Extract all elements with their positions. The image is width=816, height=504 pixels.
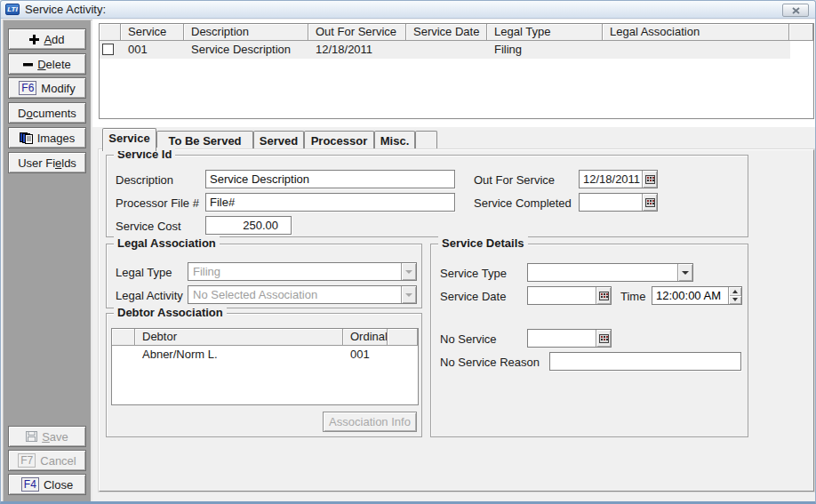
table-row[interactable]: 001 Service Description 12/18/2011 Filin…: [100, 41, 790, 59]
debtor-association-group: Debtor Association Debtor Ordinal Abner/…: [106, 313, 422, 437]
cell-legal-association: [603, 41, 789, 59]
service-details-group: Service Details Service Type Service Dat…: [430, 244, 748, 437]
service-type-dropdown-button[interactable]: [677, 264, 692, 281]
legal-association-group: Legal Association Legal Type Filing Lega…: [106, 244, 422, 308]
no-service-date-value: [528, 330, 596, 347]
close-button[interactable]: [782, 4, 809, 17]
legal-activity-value: No Selected Association: [188, 286, 401, 303]
association-info-button[interactable]: Association Info: [323, 412, 417, 432]
debtor-grid-header-selector: [112, 329, 135, 346]
out-for-service-calendar-button[interactable]: [642, 171, 657, 188]
row-select-cell: [100, 41, 121, 59]
minus-icon: [23, 60, 33, 69]
close-window-button[interactable]: F4 Close: [8, 474, 86, 495]
no-service-calendar-button[interactable]: [596, 330, 611, 347]
grid-header-filler: [789, 24, 813, 41]
grid-header-description[interactable]: Description: [184, 24, 308, 41]
legal-type-label: Legal Type: [116, 266, 172, 279]
description-input[interactable]: [205, 170, 455, 188]
window-title: Service Activity:: [25, 3, 106, 16]
delete-button[interactable]: Delete: [8, 53, 86, 75]
service-type-value: [528, 264, 677, 281]
processor-file-label: Processor File #: [116, 196, 199, 210]
chevron-down-icon: [732, 298, 738, 301]
grid-header-service-date[interactable]: Service Date: [406, 24, 487, 41]
service-date-calendar-button[interactable]: [596, 287, 611, 304]
f4-key-badge: F4: [21, 477, 39, 492]
modify-button-label: Modify: [41, 82, 75, 95]
app-logo-icon: LTI: [5, 4, 20, 15]
table-row[interactable]: Abner/Norm L. 001: [112, 346, 418, 364]
tab-service[interactable]: Service: [102, 128, 156, 151]
close-icon: [792, 7, 800, 14]
no-service-reason-input[interactable]: [549, 352, 741, 371]
service-activity-window: LTI Service Activity: Add Delete F6 Modi…: [0, 0, 816, 504]
service-tab-panel: Service Id Description Out For Service 1…: [99, 149, 814, 492]
legal-activity-combobox[interactable]: No Selected Association: [188, 285, 417, 304]
user-fields-button[interactable]: User Fields: [8, 152, 86, 173]
service-completed-date-field[interactable]: [579, 193, 658, 212]
debtor-grid-header-ordinal[interactable]: Ordinal: [343, 329, 388, 346]
time-spinner: [728, 287, 741, 304]
out-for-service-date-field[interactable]: 12/18/2011: [579, 170, 658, 188]
tab-served[interactable]: Served: [253, 131, 304, 149]
spin-up-button[interactable]: [729, 287, 741, 296]
time-field[interactable]: [652, 286, 742, 305]
save-button[interactable]: Save: [8, 426, 86, 447]
no-service-date-field[interactable]: [527, 329, 612, 348]
calendar-icon: [599, 334, 609, 343]
time-label: Time: [620, 290, 645, 303]
legal-type-combobox[interactable]: Filing: [188, 262, 417, 281]
grid-header-out-for-service[interactable]: Out For Service: [308, 24, 406, 41]
legal-activity-dropdown-button[interactable]: [401, 286, 416, 303]
time-input[interactable]: [652, 287, 728, 304]
grid-header-selector[interactable]: [100, 24, 121, 41]
tab-to-be-served[interactable]: To Be Served: [156, 131, 253, 149]
spin-down-button[interactable]: [729, 296, 741, 305]
calendar-icon: [599, 292, 609, 300]
delete-button-label: Delete: [37, 58, 71, 71]
service-date-label: Service Date: [440, 290, 506, 303]
service-details-group-title: Service Details: [438, 236, 528, 250]
cancel-button[interactable]: F7 Cancel: [8, 450, 86, 471]
images-button[interactable]: Images: [8, 127, 86, 148]
debtor-grid-header-debtor[interactable]: Debtor: [135, 329, 343, 346]
service-activity-grid: Service Description Out For Service Serv…: [99, 23, 814, 119]
service-date-field[interactable]: [527, 286, 612, 305]
service-type-label: Service Type: [440, 267, 507, 280]
grid-header-service[interactable]: Service: [121, 24, 184, 41]
documents-button[interactable]: Documents: [8, 102, 86, 124]
save-button-label: Save: [42, 430, 68, 444]
service-cost-input[interactable]: [205, 216, 292, 235]
processor-file-input[interactable]: [205, 193, 455, 212]
debtor-association-group-title: Debtor Association: [114, 306, 227, 319]
tab-misc[interactable]: Misc.: [374, 131, 415, 149]
chevron-down-icon: [405, 293, 412, 297]
service-completed-date-value: [580, 194, 642, 211]
cell-service-date: [406, 41, 487, 59]
legal-type-value: Filing: [188, 263, 401, 280]
add-button[interactable]: Add: [8, 28, 86, 50]
service-completed-calendar-button[interactable]: [642, 194, 657, 211]
cell-ordinal: 001: [343, 346, 388, 364]
sidebar: Add Delete F6 Modify Documents Images Us…: [3, 20, 92, 503]
calendar-icon: [645, 175, 655, 184]
debtor-row-selector-cell: [112, 346, 135, 364]
images-button-label: Images: [37, 132, 76, 145]
service-type-combobox[interactable]: [527, 263, 693, 282]
debtor-grid: Debtor Ordinal Abner/Norm L. 001: [111, 328, 419, 405]
legal-type-dropdown-button[interactable]: [401, 263, 416, 280]
grid-header-legal-type[interactable]: Legal Type: [487, 24, 603, 41]
grid-header-legal-association[interactable]: Legal Association: [603, 24, 789, 41]
cell-service: 001: [121, 41, 184, 59]
close-window-button-label: Close: [44, 478, 73, 492]
no-service-reason-label: No Service Reason: [440, 356, 540, 369]
tab-processor[interactable]: Processor: [304, 131, 374, 149]
modify-button[interactable]: F6 Modify: [8, 77, 86, 99]
add-button-label: Add: [44, 33, 64, 46]
row-checkbox[interactable]: [102, 44, 114, 55]
debtor-grid-header-row: Debtor Ordinal: [112, 329, 418, 346]
grid-header-row: Service Description Out For Service Serv…: [100, 24, 813, 41]
plus-icon: [29, 35, 39, 44]
f6-key-badge: F6: [19, 81, 36, 95]
